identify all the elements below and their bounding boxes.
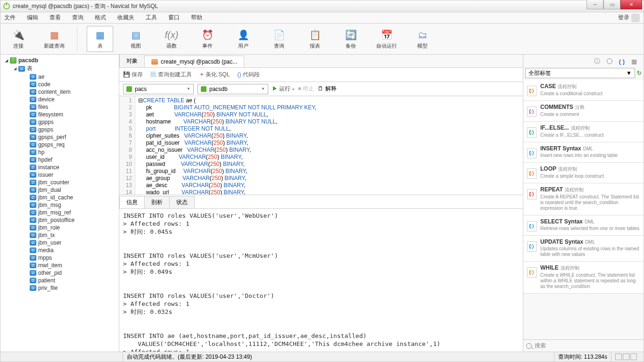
tree-item-instance[interactable]: instance [0,164,119,171]
tab-query[interactable]: create_mysql @pacsdb (pac... [144,56,244,67]
maximize-button[interactable]: ▭ [603,0,620,9]
refresh-icon[interactable]: ↻ [637,70,642,76]
close-button[interactable]: ✕ [620,0,642,9]
tab-status[interactable]: 状态 [169,196,195,208]
snippet-search[interactable]: 搜索 [523,339,644,352]
tree-item-media[interactable]: media [0,247,119,254]
tree-item-gpsps_req[interactable]: gpsps_req [0,141,119,148]
connection-select[interactable]: pacs▼ [123,84,194,94]
brackets-icon[interactable]: ( ) [619,58,625,65]
tree-item-filesystem[interactable]: filesystem [0,111,119,118]
snippet-case[interactable]: ( )CASE流程控制Create a conditional construc… [523,80,644,101]
tool-query[interactable]: 📄查询 [266,26,292,52]
tree-item-issuer[interactable]: issuer [0,171,119,179]
layout-btn-2[interactable] [623,354,629,360]
save-button[interactable]: 💾 保存 [123,71,143,79]
layout-btn-3[interactable] [630,354,637,360]
tool-new-query[interactable]: ▦新建查询 [41,26,67,52]
login-link[interactable]: 登录 [618,14,629,22]
tree-item-hpdef[interactable]: hpdef [0,156,119,164]
menu-fav[interactable]: 收藏夹 [117,14,134,22]
menu-file[interactable]: 文件 [4,14,16,22]
run-button[interactable]: ▶ 运行 ▾ [272,85,294,93]
menu-view[interactable]: 查看 [50,14,61,22]
nav-tree[interactable]: ◢pacsdb ◢表 aecodecontent_itemdevicefiles… [0,55,119,352]
tag-select[interactable]: 全部标签▼ [525,68,635,78]
tool-table[interactable]: ▦表 [87,26,113,52]
tree-item-ae[interactable]: ae [0,73,119,81]
tool-user[interactable]: 👤用户 [230,26,256,52]
tree-item-jbm_id_cache[interactable]: jbm_id_cache [0,194,119,201]
tool-report[interactable]: 📋报表 [302,26,328,52]
tab-objects[interactable]: 对象 [119,54,145,67]
tree-item-mwl_item[interactable]: mwl_item [0,262,119,269]
tree-db[interactable]: ◢pacsdb [0,57,119,64]
status-right [611,352,644,362]
tree-item-jbm_tx[interactable]: jbm_tx [0,231,119,239]
avatar-icon[interactable] [631,14,640,22]
menu-edit[interactable]: 编辑 [27,14,38,22]
menu-tools[interactable]: 工具 [146,14,157,22]
tab-info[interactable]: 信息 [119,196,145,208]
grid-icon[interactable]: ▦ [631,58,637,65]
tree-item-hp[interactable]: hp [0,148,119,156]
minimize-button[interactable]: ─ [586,0,603,9]
snippet-loop[interactable]: ( )LOOP流程控制Create a simple loop construc… [523,163,644,183]
tree-item-jbm_postoffice[interactable]: jbm_postoffice [0,216,119,224]
tree-item-jbm_msg[interactable]: jbm_msg [0,201,119,209]
stop-button: ■ 停止 [298,85,314,93]
menu-format[interactable]: 格式 [95,14,106,22]
snippet-repeat[interactable]: ( )REPEAT流程控制Create A REPEAT construct. … [523,183,644,215]
tree-item-gppps[interactable]: gppps [0,118,119,126]
tree-item-other_pid[interactable]: other_pid [0,269,119,277]
tool-event[interactable]: ⏰事件 [194,26,221,52]
table-icon [18,66,25,72]
output-pane[interactable]: INSERT INTO roles VALUES('user','WebUser… [119,209,523,352]
tree-item-jbm_dual[interactable]: jbm_dual [0,186,119,194]
tool-model[interactable]: 🗂模型 [409,26,436,52]
tab-profile[interactable]: 剖析 [144,196,170,208]
info-icon[interactable]: ⓘ [594,57,600,66]
database-select[interactable]: pacsdb▼ [198,84,268,94]
menu-query[interactable]: 查询 [72,14,83,22]
target-icon[interactable] [607,58,612,64]
snippet-insert-syntax[interactable]: ( )INSERT SyntaxDMLInsert new rows into … [523,142,644,163]
tool-connect[interactable]: 🔌连接 [5,26,32,52]
tree-item-mpps[interactable]: mpps [0,254,119,262]
tree-item-gpsps_perf[interactable]: gpsps_perf [0,133,119,141]
menu-window[interactable]: 窗口 [168,14,180,22]
layout-btn-1[interactable] [615,354,622,360]
tool-backup[interactable]: 🔄备份 [338,26,364,52]
title-bar: create_mysql @pacsdb (pacs) - 查询 - Navic… [0,0,644,12]
snippet-comments[interactable]: ( )COMMENTS注释Create a comment [523,101,644,122]
tree-item-priv_file[interactable]: priv_file [0,284,119,292]
tree-item-patient[interactable]: patient [0,277,119,284]
tool-view[interactable]: ▤视图 [123,26,149,52]
tool-auto[interactable]: 📅自动运行 [373,26,400,52]
tree-item-code[interactable]: code [0,81,119,88]
tree-item-jbm_role[interactable]: jbm_role [0,224,119,231]
sql-editor[interactable]: 123456789101112131415 ⊟CREATE TABLE ae (… [119,96,523,195]
explain-button[interactable]: 🗒 解释 [318,85,336,93]
tree-item-gpsps[interactable]: gpsps [0,126,119,133]
tree-item-jbm_counter[interactable]: jbm_counter [0,179,119,186]
snippet-if-else-[interactable]: ( )IF...ELSE...流程控制Create a IF...ELSE...… [523,122,644,142]
tree-item-jbm_msg_ref[interactable]: jbm_msg_ref [0,209,119,216]
tree-item-jbm_user[interactable]: jbm_user [0,239,119,247]
conn-icon [126,86,132,92]
beautify-button[interactable]: ✦ 美化 SQL [199,71,230,79]
snippet-while[interactable]: ( )WHILE流程控制Create a WHILE construct. Th… [523,262,644,294]
main-toolbar: 🔌连接 ▦新建查询 ▦表 ▤视图 f(x)函数 ⏰事件 👤用户 📄查询 📋报表 … [0,24,644,55]
builder-button[interactable]: ▤ 查询创建工具 [150,71,191,79]
tree-item-device[interactable]: device [0,96,119,103]
snippet-update-syntax[interactable]: ( )UPDATE SyntaxDMLUpdates columns of ex… [523,236,644,262]
tool-function[interactable]: f(x)函数 [158,26,185,52]
db-icon [201,86,206,92]
snippet-select-syntax[interactable]: ( )SELECT SyntaxDMLRetrieve rows selecte… [523,215,644,236]
tree-tables[interactable]: ◢表 [0,64,119,73]
menu-help[interactable]: 帮助 [191,14,202,22]
run-toolbar: pacs▼ pacsdb▼ ▶ 运行 ▾ ■ 停止 🗒 解释 [119,82,523,96]
tree-item-content_item[interactable]: content_item [0,88,119,96]
tree-item-files[interactable]: files [0,103,119,111]
snippet-button[interactable]: () 代码段 [237,71,259,79]
